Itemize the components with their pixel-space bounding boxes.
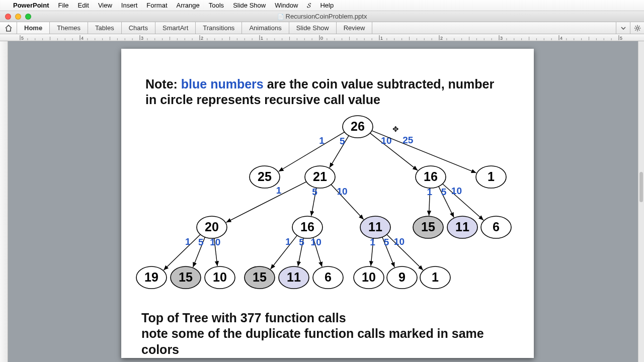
tab-transitions[interactable]: Transitions (196, 22, 242, 34)
tab-smartart[interactable]: SmartArt (155, 22, 196, 34)
svg-text:5: 5 (384, 237, 389, 247)
menu-insert[interactable]: Insert (121, 2, 138, 9)
tab-tables[interactable]: Tables (88, 22, 122, 34)
window-titlebar: RecursionCoinProblem.pptx (0, 11, 644, 22)
note-blue: blue numbers (181, 77, 264, 91)
menu-slideshow[interactable]: Slide Show (233, 2, 266, 9)
svg-text:5: 5 (620, 36, 622, 41)
menu-format[interactable]: Format (146, 2, 167, 9)
svg-text:21: 21 (313, 169, 327, 184)
menu-window[interactable]: Window (275, 2, 298, 9)
svg-text:5: 5 (340, 136, 345, 146)
svg-line-121 (164, 234, 201, 270)
svg-line-119 (442, 184, 484, 220)
svg-text:11: 11 (455, 220, 469, 234)
svg-text:5: 5 (198, 237, 204, 247)
menu-file[interactable]: File (58, 2, 69, 9)
svg-text:6: 6 (493, 220, 500, 234)
tab-charts[interactable]: Charts (122, 22, 155, 34)
svg-text:25: 25 (403, 135, 414, 145)
svg-text:1: 1 (285, 236, 291, 247)
menu-view[interactable]: View (98, 2, 112, 9)
slide-canvas[interactable]: Note: blue numbers are the coin value su… (8, 41, 644, 362)
svg-text:9: 9 (398, 270, 406, 284)
menu-arrange[interactable]: Arrange (177, 2, 200, 9)
menu-tools[interactable]: Tools (209, 2, 224, 9)
svg-text:10: 10 (337, 186, 347, 197)
scrollbar-thumb[interactable] (639, 172, 643, 202)
note-prefix: Note: (145, 77, 181, 91)
svg-line-127 (271, 235, 298, 269)
svg-text:10: 10 (213, 270, 227, 284)
svg-line-101 (279, 132, 345, 171)
svg-line-8 (639, 26, 640, 27)
svg-text:1: 1 (488, 169, 495, 184)
svg-text:15: 15 (253, 270, 267, 284)
svg-text:3: 3 (141, 36, 143, 41)
svg-text:5: 5 (312, 187, 317, 197)
svg-line-6 (639, 30, 640, 31)
svg-text:11: 11 (368, 220, 382, 234)
svg-text:5: 5 (21, 36, 24, 41)
svg-text:1: 1 (261, 36, 263, 41)
svg-line-107 (371, 130, 476, 172)
svg-text:15: 15 (421, 220, 435, 234)
svg-text:16: 16 (300, 220, 314, 234)
slide[interactable]: Note: blue numbers are the coin value su… (121, 49, 534, 358)
svg-text:1: 1 (185, 236, 191, 247)
document-title: RecursionCoinProblem.pptx (0, 13, 644, 20)
horizontal-ruler: 54321012345 (0, 34, 644, 41)
svg-text:4: 4 (560, 36, 562, 41)
svg-text:4: 4 (81, 36, 84, 41)
svg-text:16: 16 (424, 169, 438, 184)
svg-line-7 (635, 30, 636, 31)
ribbon-settings-gear-icon[interactable] (630, 22, 644, 34)
svg-text:11: 11 (287, 270, 301, 284)
svg-text:1: 1 (380, 36, 383, 41)
svg-text:2: 2 (440, 36, 443, 41)
menu-edit[interactable]: Edit (77, 2, 89, 9)
vertical-scrollbar[interactable] (638, 41, 644, 362)
svg-text:15: 15 (179, 270, 193, 284)
menu-script-icon[interactable]: 𝓢 (307, 2, 311, 10)
svg-text:25: 25 (258, 169, 272, 184)
svg-text:1: 1 (319, 135, 325, 146)
app-name-menu[interactable]: PowerPoint (13, 2, 49, 9)
menu-help[interactable]: Help (320, 2, 334, 9)
ribbon-tabs: Home Themes Tables Charts SmartArt Trans… (0, 22, 644, 34)
svg-text:20: 20 (205, 220, 219, 234)
svg-line-5 (635, 26, 636, 27)
tab-animations[interactable]: Animations (242, 22, 289, 34)
svg-text:10: 10 (311, 237, 321, 247)
tab-themes[interactable]: Themes (50, 22, 88, 34)
svg-point-0 (636, 27, 638, 29)
svg-text:5: 5 (299, 237, 304, 247)
recursion-tree-diagram[interactable]: 1510251510151015101510151026252116120161… (121, 109, 534, 310)
ribbon-collapse-icon[interactable] (616, 22, 630, 34)
svg-text:0: 0 (320, 36, 323, 41)
svg-text:1: 1 (276, 185, 282, 196)
svg-text:10: 10 (451, 186, 462, 196)
svg-text:26: 26 (351, 119, 365, 133)
tab-review[interactable]: Review (337, 22, 373, 34)
svg-text:10: 10 (394, 236, 405, 247)
mac-menubar: PowerPoint File Edit View Insert Format … (0, 0, 644, 11)
footer-line2: note some of the duplicate function call… (141, 326, 484, 356)
tab-slideshow[interactable]: Slide Show (289, 22, 337, 34)
note-heading[interactable]: Note: blue numbers are the coin value su… (145, 76, 504, 108)
tab-home[interactable]: Home (17, 22, 50, 34)
vertical-ruler (0, 41, 8, 362)
svg-line-137 (386, 234, 423, 270)
svg-text:5: 5 (441, 187, 447, 197)
svg-text:1: 1 (432, 270, 439, 284)
svg-text:19: 19 (144, 270, 158, 284)
ribbon-home-icon[interactable] (0, 22, 17, 34)
footer-caption[interactable]: Top of Tree with 377 function calls note… (141, 310, 514, 357)
svg-text:3: 3 (500, 36, 503, 41)
svg-text:2: 2 (201, 36, 203, 41)
svg-text:6: 6 (325, 270, 332, 284)
svg-text:10: 10 (362, 270, 376, 284)
footer-line1: Top of Tree with 377 function calls (141, 311, 346, 325)
